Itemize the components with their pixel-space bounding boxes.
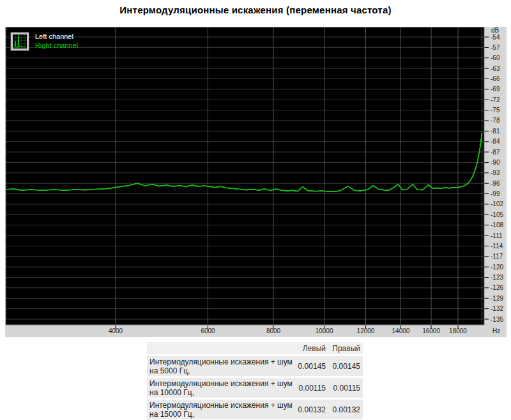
row-label-imd-5000: Интермодуляционные искажения + шум на 50… [147,357,294,375]
y-axis-tick-label: -87 [491,149,500,156]
x-axis-unit-label: Hz [492,327,500,334]
legend: Left channelRight channel [11,33,79,51]
x-axis-tick-label: 12000 [357,327,375,334]
table-header-left-channel: Левый [294,344,328,353]
row-value-right: 0.00132 [328,405,363,414]
row-value-left: 0.00145 [294,362,328,371]
y-axis-tick-label: -105 [491,211,503,218]
table-header-right-channel: Правый [328,344,363,353]
y-axis-tick-label: -102 [491,200,503,207]
y-axis-tick-label: -108 [491,221,503,229]
y-axis-tick-label: -81 [491,128,500,135]
x-axis-tick-label: 14000 [392,327,410,334]
x-axis-tick-label: 4000 [109,327,123,334]
row-value-right: 0.00145 [328,362,363,371]
row-value-left: 0.00115 [294,384,328,393]
row-label-imd-10000: Интермодуляционные искажения + шум на 10… [147,379,294,397]
y-axis-tick-label: -132 [491,305,503,312]
plot-area [6,27,484,325]
y-axis-tick-label: -135 [491,316,503,323]
y-axis-tick-label: -93 [491,169,500,176]
imd-results-table: Левый Правый Интермодуляционные искажени… [147,342,363,420]
y-axis-tick-label: -57 [491,44,500,51]
x-axis-tick-label: 10000 [316,327,333,334]
y-axis-tick-label: -96 [491,180,500,187]
row-value-left: 0.00132 [294,405,328,414]
y-axis-tick-label: -123 [491,274,503,281]
table-row: Интермодуляционные искажения + шум на 15… [147,400,363,419]
chart-canvas: dB-54-57-60-63-66-69-72-75-78-81-84-87-9… [5,27,507,337]
y-axis-tick-label: -114 [491,243,503,250]
y-axis-tick-label: -84 [491,138,500,145]
y-axis-tick-label: -66 [491,75,500,82]
y-axis-tick-label: -60 [491,54,500,61]
imd-sweep-chart: dB-54-57-60-63-66-69-72-75-78-81-84-87-9… [5,27,507,337]
row-label-imd-15000: Интермодуляционные искажения + шум на 15… [147,401,294,419]
y-axis-tick-label: -120 [491,264,503,271]
x-axis-tick-label: 8000 [266,327,281,334]
x-axis-tick-label: 16000 [422,327,440,334]
x-axis-tick-label: 6000 [201,327,215,334]
legend-right-channel-label: Right channel [35,41,78,49]
row-value-right: 0.00115 [328,384,363,393]
y-axis-tick-label: -78 [491,117,500,124]
y-axis-tick-label: -63 [491,65,500,72]
table-row: Интермодуляционные искажения + шум на 10… [147,378,363,398]
y-axis-tick-label: -75 [491,107,500,114]
table-header-row: Левый Правый [147,342,363,354]
table-row: Интермодуляционные искажения + шум на 50… [147,356,363,376]
y-axis-unit-label: dB [491,27,500,34]
y-axis-tick-label: -111 [491,232,503,239]
page-title: Интермодуляционные искажения (переменная… [0,4,511,15]
spectrum-analyzer-icon [11,33,29,51]
legend-left-channel-label: Left channel [35,33,73,40]
y-axis-tick-label: -72 [491,96,500,103]
y-axis-tick-label: -99 [491,190,500,197]
y-axis-tick-label: -129 [491,295,503,302]
y-axis-tick-label: -54 [491,34,500,41]
y-axis-tick-label: -90 [491,159,500,166]
y-axis-tick-label: -117 [491,253,503,260]
y-axis-tick-label: -126 [491,284,503,291]
y-axis-tick-label: -69 [491,86,500,93]
x-axis-tick-label: 18000 [449,327,467,334]
